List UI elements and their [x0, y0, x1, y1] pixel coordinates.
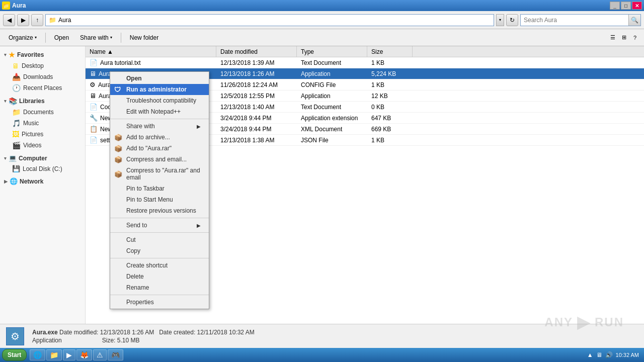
libraries-header[interactable]: ▾ 📚 Libraries: [0, 96, 85, 107]
view-toggle-button[interactable]: ☰: [608, 33, 618, 43]
taskbar-firefox-icon[interactable]: 🦊: [76, 349, 92, 360]
context-menu-item[interactable]: Properties: [110, 297, 209, 308]
sort-icon: ▲: [107, 48, 113, 55]
file-name: sett: [100, 137, 110, 144]
context-menu-item[interactable]: 📦Add to "Aura.rar": [110, 143, 209, 154]
taskbar-app-icon-symbol: 🎮: [111, 351, 120, 359]
context-menu-item[interactable]: Restore previous versions: [110, 205, 209, 216]
file-type: Text Document: [297, 104, 367, 111]
back-button[interactable]: ◀: [3, 14, 15, 26]
search-box[interactable]: 🔍: [520, 14, 641, 26]
file-type: Application: [297, 70, 367, 77]
file-size: 669 KB: [367, 126, 413, 133]
ctx-item-label: Delete: [126, 273, 144, 280]
context-menu-item[interactable]: Troubleshoot compatibility: [110, 95, 209, 106]
ctx-item-label: Edit with Notepad++: [126, 108, 181, 115]
file-icon: 🖥: [90, 70, 96, 77]
recent-label: Recent Places: [23, 84, 62, 92]
up-button[interactable]: ↑: [31, 14, 43, 26]
context-menu-item[interactable]: Create shortcut: [110, 260, 209, 271]
maximize-button[interactable]: □: [621, 2, 631, 10]
context-menu-item[interactable]: Copy: [110, 245, 209, 256]
sidebar-item-desktop[interactable]: 🖥 Desktop: [0, 60, 85, 71]
open-button[interactable]: Open: [50, 31, 73, 44]
forward-button[interactable]: ▶: [17, 14, 29, 26]
column-date[interactable]: Date modified: [216, 46, 297, 57]
music-label: Music: [23, 120, 39, 127]
taskbar-folder-item[interactable]: 📁: [46, 349, 62, 360]
desktop-label: Desktop: [22, 62, 44, 69]
view-details-button[interactable]: ⊞: [619, 33, 629, 43]
context-menu-item[interactable]: 📦Compress and email...: [110, 154, 209, 165]
organize-button[interactable]: Organize: [4, 31, 41, 44]
start-button[interactable]: Start: [2, 349, 27, 361]
minimize-button[interactable]: _: [610, 2, 620, 10]
favorites-header[interactable]: ▾ ★ Favorites: [0, 49, 85, 60]
context-menu-item[interactable]: Pin to Taskbar: [110, 183, 209, 194]
ctx-item-label: Run as administrator: [126, 86, 187, 93]
sidebar-item-videos[interactable]: 🎬 Videos: [0, 140, 85, 151]
context-menu-item[interactable]: Cut: [110, 234, 209, 245]
column-size[interactable]: Size: [367, 46, 413, 57]
context-menu-item[interactable]: Pin to Start Menu: [110, 194, 209, 205]
share-with-button[interactable]: Share with: [75, 31, 117, 44]
context-menu-item[interactable]: Rename: [110, 282, 209, 293]
search-input[interactable]: [521, 17, 628, 24]
sidebar-item-local-disk[interactable]: 💾 Local Disk (C:): [0, 163, 85, 174]
ctx-item-label: Cut: [126, 236, 136, 243]
ctx-item-label: Compress to "Aura.rar" and email: [126, 167, 201, 181]
context-menu-item[interactable]: Send to▶: [110, 220, 209, 231]
file-size: 1 KB: [367, 81, 413, 88]
taskbar-warning-icon[interactable]: ⚠: [93, 349, 107, 360]
status-details: Aura.exe Date modified: 12/13/2018 1:26 …: [32, 329, 255, 344]
sidebar-item-downloads[interactable]: 📥 Downloads: [0, 71, 85, 82]
context-menu-item[interactable]: 📦Add to archive...: [110, 132, 209, 143]
sidebar-item-documents[interactable]: 📁 Documents: [0, 107, 85, 118]
file-name: Aura: [98, 81, 111, 88]
ctx-submenu-arrow: ▶: [197, 124, 201, 129]
toolbar-separator-2: [121, 33, 121, 43]
context-menu-item[interactable]: Delete: [110, 271, 209, 282]
tray-icon-network[interactable]: 🖥: [596, 351, 602, 358]
ctx-icon: 📦: [114, 145, 122, 152]
column-name[interactable]: Name ▲: [86, 46, 216, 57]
address-dropdown[interactable]: ▾: [496, 14, 504, 26]
ctx-icon: 📦: [114, 170, 122, 178]
column-type[interactable]: Type: [297, 46, 367, 57]
ctx-item-label: Create shortcut: [126, 262, 168, 269]
videos-label: Videos: [23, 142, 41, 149]
file-size: 1 KB: [367, 59, 413, 66]
system-tray: ▲ 🖥 🔊 10:32 AM: [587, 351, 642, 358]
toolbar-separator-1: [45, 33, 46, 43]
context-menu-item[interactable]: 📦Compress to "Aura.rar" and email: [110, 165, 209, 183]
taskbar-browser-icon[interactable]: 🌐: [30, 349, 45, 360]
context-menu-item[interactable]: 🛡Run as administrator: [110, 84, 209, 95]
network-header[interactable]: ▶ 🌐 Network: [0, 176, 85, 187]
sidebar-item-recent[interactable]: 🕐 Recent Places: [0, 82, 85, 94]
computer-header[interactable]: ▾ 💻 Computer: [0, 153, 85, 163]
sidebar-item-pictures[interactable]: 🖼 Pictures: [0, 129, 85, 140]
context-menu-item[interactable]: Open: [110, 73, 209, 84]
file-date: 12/13/2018 1:26 AM: [216, 70, 297, 77]
context-menu-item[interactable]: Share with▶: [110, 121, 209, 132]
status-type-size: Application Size: 5.10 MB: [32, 337, 255, 344]
address-field[interactable]: 📁 Aura: [45, 14, 494, 26]
taskbar-app-icon[interactable]: 🎮: [108, 349, 123, 360]
refresh-button[interactable]: ↻: [506, 14, 518, 26]
ctx-item-label: Properties: [126, 299, 154, 306]
file-name: Aura tutorial.txt: [100, 59, 141, 66]
file-type: XML Document: [297, 126, 367, 133]
taskbar-media-icon[interactable]: ▶: [63, 349, 75, 360]
table-row[interactable]: 📄 Aura tutorial.txt 12/13/2018 1:39 AM T…: [86, 57, 644, 68]
search-button[interactable]: 🔍: [628, 15, 640, 26]
media-icon: ▶: [66, 351, 72, 359]
tray-icon-speaker[interactable]: 🔊: [605, 351, 613, 358]
context-menu-item[interactable]: Edit with Notepad++: [110, 106, 209, 117]
ctx-item-label: Add to archive...: [126, 134, 170, 141]
view-help-button[interactable]: ?: [630, 33, 640, 43]
computer-icon: 💻: [9, 154, 17, 162]
sidebar-item-music[interactable]: 🎵 Music: [0, 118, 85, 129]
computer-chevron: ▾: [4, 156, 7, 161]
close-button[interactable]: ✕: [632, 2, 642, 10]
new-folder-button[interactable]: New folder: [125, 31, 163, 44]
